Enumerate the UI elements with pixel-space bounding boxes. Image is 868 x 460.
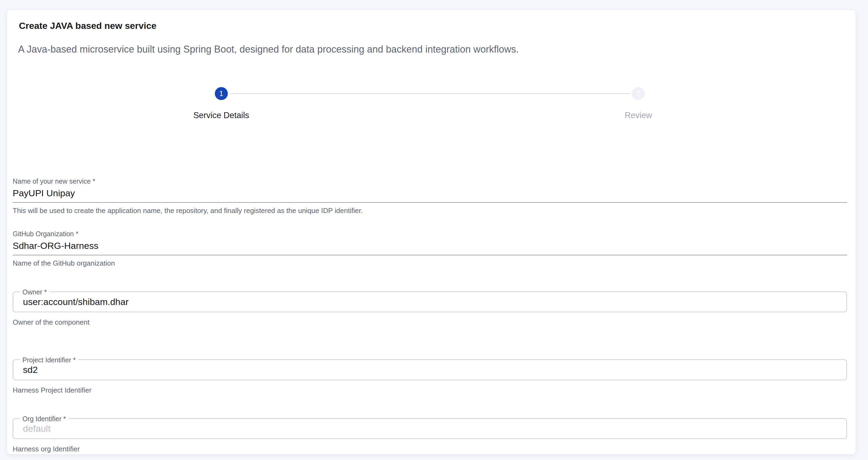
org-identifier-input-box: Org Identifier * bbox=[13, 418, 847, 439]
org-identifier-helper: Harness org Identifier bbox=[13, 445, 847, 453]
github-org-helper: Name of the GitHub organization bbox=[13, 259, 847, 267]
owner-field: Owner * Owner of the component bbox=[13, 292, 847, 326]
service-name-input[interactable] bbox=[13, 185, 847, 203]
wizard-stepper: 1 Service Details 2 Review bbox=[13, 87, 847, 121]
step-1-label: Service Details bbox=[193, 110, 249, 121]
step-review: 2 Review bbox=[430, 87, 847, 121]
page-title: Create JAVA based new service bbox=[19, 20, 847, 31]
github-org-field: GitHub Organization * Name of the GitHub… bbox=[13, 230, 847, 267]
step-1-circle: 1 bbox=[215, 87, 228, 100]
step-service-details: 1 Service Details bbox=[13, 87, 430, 121]
org-identifier-input[interactable] bbox=[23, 423, 837, 434]
stepper-connector-line bbox=[230, 93, 629, 94]
project-identifier-input-box: Project Identifier * bbox=[13, 359, 847, 380]
owner-input-box: Owner * bbox=[13, 292, 847, 312]
project-identifier-input[interactable] bbox=[23, 365, 837, 375]
owner-input[interactable] bbox=[23, 297, 837, 307]
org-identifier-field: Org Identifier * Harness org Identifier bbox=[13, 418, 847, 453]
project-identifier-label: Project Identifier * bbox=[20, 356, 78, 364]
step-2-label: Review bbox=[625, 110, 652, 121]
project-identifier-helper: Harness Project Identifier bbox=[13, 386, 847, 394]
create-service-card: Create JAVA based new service A Java-bas… bbox=[7, 10, 856, 454]
page-description: A Java-based microservice built using Sp… bbox=[18, 43, 847, 56]
github-org-label: GitHub Organization * bbox=[13, 230, 847, 237]
step-2-circle: 2 bbox=[632, 87, 645, 100]
owner-helper: Owner of the component bbox=[13, 318, 847, 326]
github-org-input[interactable] bbox=[13, 237, 847, 255]
service-name-helper: This will be used to create the applicat… bbox=[13, 206, 847, 215]
project-identifier-field: Project Identifier * Harness Project Ide… bbox=[13, 359, 847, 394]
service-details-form: Name of your new service * This will be … bbox=[13, 177, 847, 453]
owner-label: Owner * bbox=[20, 288, 50, 296]
service-name-field: Name of your new service * This will be … bbox=[13, 177, 847, 215]
service-name-label: Name of your new service * bbox=[13, 177, 847, 185]
org-identifier-label: Org Identifier * bbox=[20, 415, 68, 423]
